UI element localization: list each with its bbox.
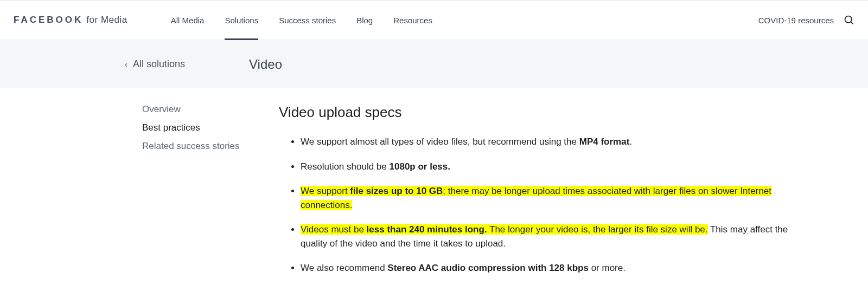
back-to-solutions-link[interactable]: ‹ All solutions [125, 59, 185, 70]
logo-subtitle: for Media [86, 15, 127, 25]
chevron-left-icon: ‹ [125, 60, 127, 69]
highlighted-text: The longer your video is, the larger its… [487, 224, 708, 235]
svg-line-1 [851, 22, 853, 24]
main-content: Video upload specs We support almost all… [255, 104, 868, 286]
sidebar-item-best-practices[interactable]: Best practices [142, 122, 255, 133]
site-logo[interactable]: FACEBOOK for Media [14, 15, 127, 25]
nav-item-all-media[interactable]: All Media [171, 1, 205, 40]
nav-item-resources[interactable]: Resources [393, 1, 432, 40]
spec-bullet: We support file sizes up to 10 GB; there… [301, 184, 814, 212]
search-icon[interactable] [844, 15, 854, 25]
bold-text: 1080p or less. [390, 161, 450, 172]
highlighted-text: We support [301, 186, 350, 196]
back-link-label: All solutions [133, 59, 185, 70]
covid-resources-link[interactable]: COVID-19 resources [758, 16, 834, 25]
primary-nav: All MediaSolutionsSuccess storiesBlogRes… [171, 1, 432, 40]
nav-item-solutions[interactable]: Solutions [225, 1, 258, 40]
highlighted-text: Videos must be [301, 224, 367, 235]
logo-brand: FACEBOOK [14, 15, 83, 25]
bold-text: Stereo AAC audio compression with 128 kb… [387, 263, 589, 273]
spec-bullet: We support almost all types of video fil… [301, 135, 814, 149]
section-heading: Video upload specs [279, 104, 814, 121]
sub-header: ‹ All solutions Video [0, 40, 868, 89]
section-sidebar: OverviewBest practicesRelated success st… [0, 104, 255, 286]
spec-bullet: We also recommend Stereo AAC audio compr… [301, 261, 814, 275]
spec-bullet: Videos must be less than 240 minutes lon… [301, 223, 814, 250]
sidebar-item-related-success-stories[interactable]: Related success stories [142, 141, 255, 152]
nav-item-success-stories[interactable]: Success stories [279, 1, 336, 40]
spec-bullet: Resolution should be 1080p or less. [301, 160, 814, 174]
page-title: Video [249, 57, 282, 72]
specs-list: We support almost all types of video fil… [279, 135, 814, 275]
highlighted-text: less than 240 minutes long. [367, 224, 487, 235]
right-nav: COVID-19 resources [758, 15, 854, 25]
content-row: OverviewBest practicesRelated success st… [0, 89, 868, 286]
bold-text: MP4 format [579, 137, 630, 147]
highlighted-text: file sizes up to 10 GB [350, 186, 443, 196]
svg-point-0 [845, 16, 852, 23]
sidebar-item-overview[interactable]: Overview [142, 104, 255, 115]
top-navbar: FACEBOOK for Media All MediaSolutionsSuc… [0, 0, 868, 40]
nav-item-blog[interactable]: Blog [356, 1, 373, 40]
